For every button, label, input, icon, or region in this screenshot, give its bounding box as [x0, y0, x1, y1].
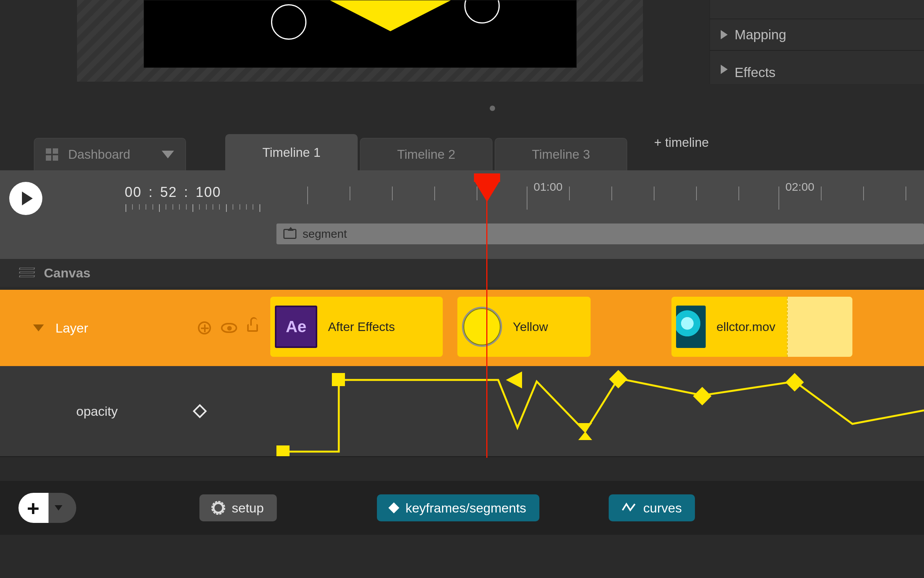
- footer-bar: + setup keyframes/segments curves: [0, 481, 924, 535]
- keyframe-diamond[interactable]: [693, 387, 711, 405]
- add-clip-icon[interactable]: [198, 321, 211, 334]
- tab-label: Dashboard: [68, 147, 130, 162]
- segment-track[interactable]: segment: [276, 223, 924, 244]
- segment-label: segment: [303, 227, 347, 240]
- gear-icon: [213, 502, 224, 514]
- panel-label: Mapping: [735, 27, 786, 42]
- clip-fade-region[interactable]: [787, 297, 852, 357]
- keyframes-segments-button[interactable]: keyframes/segments: [377, 494, 539, 521]
- panel-mapping[interactable]: Mapping: [710, 18, 924, 50]
- plus-icon: +: [20, 495, 46, 521]
- clip-ellctor-mov[interactable]: ellctor.mov: [671, 297, 852, 357]
- keyframe-diamond[interactable]: [609, 370, 628, 388]
- preview-viewport: [77, 0, 643, 82]
- add-timeline-button[interactable]: + timeline: [654, 135, 709, 150]
- layer-name: Layer: [55, 321, 88, 336]
- property-name: opacity: [76, 404, 118, 419]
- layer-caret-icon[interactable]: [33, 324, 44, 331]
- tab-label: Timeline 3: [532, 147, 590, 162]
- ruler-label: 01:00: [534, 180, 562, 193]
- keyframe-square[interactable]: [276, 445, 290, 456]
- panel-label: Effects: [735, 65, 775, 80]
- canvas-label: Canvas: [44, 265, 90, 281]
- curve-icon: [622, 501, 636, 516]
- diamond-icon: [388, 502, 399, 513]
- playhead-line[interactable]: [486, 197, 487, 458]
- layers-stack-icon: [19, 267, 35, 279]
- clip-thumbnail-video-icon: [676, 306, 706, 348]
- clip-after-effects[interactable]: Ae After Effects: [270, 297, 443, 357]
- tab-timeline-1[interactable]: Timeline 1: [225, 134, 358, 170]
- upper-area: Mapping Effects: [0, 0, 924, 123]
- canvas-header-row[interactable]: Canvas: [0, 259, 924, 287]
- clip-label: ellctor.mov: [716, 320, 775, 334]
- dashboard-grid-icon: [46, 148, 58, 161]
- clip-yellow[interactable]: Yellow: [457, 297, 591, 357]
- preview-canvas[interactable]: [144, 0, 577, 68]
- dropdown-caret-icon: [55, 505, 62, 511]
- clip-label: After Effects: [328, 320, 395, 334]
- ruler-label: 02:00: [785, 180, 814, 193]
- visibility-eye-icon[interactable]: [221, 323, 237, 333]
- play-icon: [22, 192, 33, 205]
- layer-row-left[interactable]: Layer: [0, 290, 267, 366]
- layer-row: Layer Ae After Effects Yellow ellctor.mo…: [0, 290, 924, 366]
- keyframe-arrow-left[interactable]: [506, 371, 522, 388]
- clip-label: Yellow: [513, 320, 548, 334]
- timeline-gutter: [0, 456, 924, 481]
- opacity-curve-line: [283, 378, 924, 452]
- keyframe-hourglass[interactable]: [578, 432, 592, 440]
- tab-timeline-2[interactable]: Timeline 2: [360, 138, 492, 170]
- timecode-sep: :: [149, 184, 153, 200]
- clip-thumbnail-ae-icon: Ae: [275, 306, 317, 348]
- pagination-dot[interactable]: [490, 106, 495, 111]
- timecode-sep: :: [184, 184, 189, 200]
- button-label: keyframes/segments: [405, 501, 526, 516]
- timecode-fine-ticks: [126, 204, 260, 212]
- timecode-ff: 100: [196, 184, 221, 200]
- preview-triangle-shape: [209, 0, 571, 31]
- curve-editor[interactable]: [267, 366, 924, 456]
- timecode-hh: 00: [125, 184, 142, 200]
- button-label: curves: [643, 501, 682, 516]
- dropdown-caret-icon[interactable]: [162, 151, 174, 158]
- timeline-header: 00 : 52 : 100 01:00 02:00: [0, 170, 924, 259]
- clip-thumbnail-circle-icon: [462, 307, 502, 347]
- tab-label: Timeline 1: [263, 145, 321, 160]
- tab-dashboard[interactable]: Dashboard: [34, 138, 186, 170]
- property-track-row: opacity: [0, 366, 924, 456]
- add-keyframe-diamond-icon[interactable]: [192, 404, 207, 418]
- curves-button[interactable]: curves: [609, 494, 695, 521]
- segment-icon: [283, 229, 296, 239]
- panel-spacer: [710, 0, 924, 18]
- caret-right-icon: [721, 30, 728, 39]
- add-menu-button[interactable]: +: [18, 493, 76, 523]
- time-ruler[interactable]: 01:00 02:00: [276, 178, 924, 223]
- tab-label: Timeline 2: [397, 147, 455, 162]
- setup-button[interactable]: setup: [199, 494, 277, 521]
- timecode-mm: 52: [160, 184, 177, 200]
- play-button[interactable]: [9, 182, 42, 215]
- keyframe-diamond[interactable]: [785, 373, 804, 391]
- tabs-bar: Dashboard Timeline 1 Timeline 2 Timeline…: [0, 124, 924, 170]
- preview-handle-circle[interactable]: [271, 4, 306, 40]
- right-panel-column: Mapping Effects: [710, 0, 924, 84]
- caret-right-icon: [721, 65, 728, 74]
- lock-open-icon[interactable]: [247, 324, 258, 332]
- keyframe-square[interactable]: [332, 373, 345, 386]
- tab-timeline-3[interactable]: Timeline 3: [495, 138, 627, 170]
- panel-effects[interactable]: Effects: [710, 50, 924, 84]
- property-left: opacity: [0, 366, 267, 456]
- timecode-readout[interactable]: 00 : 52 : 100: [125, 184, 221, 200]
- button-label: setup: [232, 501, 264, 516]
